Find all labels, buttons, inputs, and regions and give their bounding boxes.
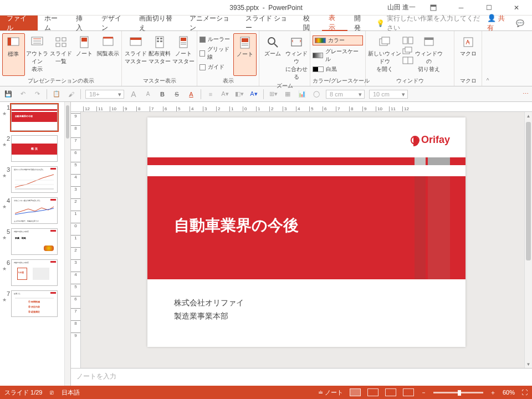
slide-canvas-area[interactable]: Orifay 自動車業界の今後 株式会社オリファイ 製造業事業本部 ▲ ▼ [81, 112, 532, 368]
paste-icon[interactable]: 📋 [52, 89, 62, 99]
tab-transitions[interactable]: 画面切り替え [132, 16, 182, 30]
increase-font-icon[interactable]: A [129, 89, 139, 99]
undo-icon[interactable]: ↶ [18, 89, 28, 99]
arrange-all-icon[interactable] [402, 37, 413, 44]
strikethrough-icon[interactable]: S [172, 89, 182, 99]
view-outline-button[interactable]: アウトライン 表示 [26, 33, 49, 76]
redo-icon[interactable]: ↷ [32, 89, 42, 99]
thumb-7[interactable]: 7★ 提案方法 ① 時間削減 ② 決定内容 ③ 経過測定 [0, 288, 70, 319]
svg-rect-20 [157, 40, 159, 42]
bullets-icon[interactable]: ≡ [206, 89, 216, 99]
tab-review[interactable]: 校閲 [296, 16, 322, 30]
tell-me[interactable]: 💡 実行したい作業を入力してください [373, 16, 487, 30]
cascade-icon[interactable] [402, 47, 413, 54]
decrease-font-icon[interactable]: A [143, 89, 153, 99]
ribbon: 標準 アウトライン 表示 スライド 一覧 ノート 閲覧表示 プレゼンテーションの… [0, 31, 532, 86]
bw-mode-button[interactable]: 白黒 [313, 65, 363, 73]
group-presentation-views: 標準 アウトライン 表示 スライド 一覧 ノート 閲覧表示 プレゼンテーションの… [0, 31, 122, 86]
view-normal-button[interactable]: 標準 [2, 33, 25, 76]
svg-rect-38 [405, 47, 412, 52]
zoom-out-button[interactable]: － [421, 388, 427, 397]
highlight-icon[interactable]: A▾ [220, 89, 230, 99]
zoom-slider[interactable] [433, 392, 483, 393]
spellcheck-icon[interactable]: ⎚ [50, 389, 54, 396]
tab-developer[interactable]: 開発 [347, 16, 373, 30]
thumb-4[interactable]: 4★ 今後ビジネス重要判断理由読む手法 主要日本自動車、戦略的位置づけ [0, 195, 70, 226]
zoom-level[interactable]: 60% [503, 389, 515, 396]
gridlines-checkbox[interactable]: グリッド線 [200, 45, 232, 61]
width-combo[interactable]: 8 cm [326, 90, 365, 99]
tab-insert[interactable]: 挿入 [69, 16, 95, 30]
handout-master-button[interactable]: 配布資料 マスター [148, 33, 171, 76]
save-icon[interactable]: 💾 [3, 89, 13, 99]
tab-file[interactable]: ファイル [0, 16, 38, 30]
slide-title[interactable]: 自動車業界の今後 [174, 215, 299, 236]
thumbnails-scrollbar[interactable] [64, 102, 70, 386]
collapse-ribbon-button[interactable]: ^ [482, 31, 493, 86]
fit-window-button[interactable]: ウィンドウ に合わせる [285, 33, 308, 81]
status-language[interactable]: 日本語 [62, 388, 80, 397]
share-button[interactable]: 👤 共有 [487, 14, 508, 33]
color-mode-button[interactable]: カラー [313, 35, 363, 45]
title-block: 自動車業界の今後 [147, 176, 466, 279]
view-notespage-button[interactable]: ノート [73, 33, 96, 76]
switch-windows-button[interactable]: ウィンドウの 切り替え [415, 33, 443, 76]
thumb-5[interactable]: 5★ 自動車問題との対応 事業 戦略 [0, 226, 70, 257]
comments-icon[interactable]: 💬 [516, 19, 524, 27]
notes-master-button[interactable]: ノート マスター [172, 33, 195, 76]
fit-to-window-icon[interactable]: ⛶ [521, 389, 528, 396]
notes-toggle-button[interactable]: ノート [233, 33, 257, 76]
view-sorter-button[interactable]: スライド 一覧 [49, 33, 72, 76]
move-split-icon[interactable] [402, 57, 413, 64]
format-painter-icon[interactable]: 🖌 [66, 89, 76, 99]
font-color-icon[interactable]: A [186, 89, 196, 99]
subtitle-company[interactable]: 株式会社オリファイ [174, 298, 244, 308]
status-slide-count[interactable]: スライド 1/29 [4, 388, 42, 397]
shapes-icon[interactable]: ◯ [311, 89, 321, 99]
svg-rect-23 [181, 38, 186, 41]
bold-icon[interactable]: B [157, 89, 167, 99]
view-sorter-icon[interactable] [367, 388, 378, 396]
workarea: 1★ 自動車業界の今後 2★ 概 況 3★ 世界から日本自動車経済重要視点を読む [0, 102, 532, 386]
tab-design[interactable]: デザイン [95, 16, 132, 30]
zoom-button[interactable]: ズーム [262, 33, 284, 81]
tab-view[interactable]: 表示 [322, 16, 347, 31]
svg-rect-35 [403, 37, 407, 44]
slide-canvas[interactable]: Orifay 自動車業界の今後 株式会社オリファイ 製造業事業本部 [147, 117, 466, 347]
thumb-3[interactable]: 3★ 世界から日本自動車経済重要視点を読む [0, 164, 70, 195]
new-window-button[interactable]: 新しいウィンドウ を開く [368, 33, 401, 76]
zoom-in-button[interactable]: ＋ [490, 388, 496, 397]
group-master-views: スライド マスター 配布資料 マスター ノート マスター マスター表示 [122, 31, 197, 86]
chart-icon[interactable]: 📊 [297, 89, 307, 99]
subtitle-division[interactable]: 製造業事業本部 [174, 311, 228, 321]
editor-vertical-scrollbar[interactable]: ▲ ▼ [524, 112, 532, 368]
tab-home[interactable]: ホーム [38, 16, 69, 30]
svg-line-31 [274, 44, 278, 47]
shape-fill-icon[interactable]: ◧▾ [234, 89, 244, 99]
slide-master-button[interactable]: スライド マスター [124, 33, 147, 76]
qat-overflow-icon[interactable]: ⋯ [523, 90, 529, 98]
slide-editor: 1211109876543210123456789101112 98765432… [71, 102, 532, 386]
thumb-6[interactable]: 6★ 自動車問題との対応 5.4億 [0, 257, 70, 288]
view-reading-icon[interactable] [385, 388, 396, 396]
table-icon[interactable]: ▦ [283, 89, 293, 99]
align-icon[interactable]: ⊞▾ [268, 89, 278, 99]
height-combo[interactable]: 10 cm [369, 90, 408, 99]
ruler-checkbox[interactable]: ルーラー [200, 35, 232, 43]
logo-icon [411, 136, 420, 145]
tab-slideshow[interactable]: スライド ショー [239, 16, 296, 30]
font-size-combo[interactable]: 18+ [85, 90, 124, 99]
guides-checkbox[interactable]: ガイド [200, 63, 232, 71]
thumb-1[interactable]: 1★ 自動車業界の今後 [0, 102, 70, 133]
svg-rect-13 [81, 38, 87, 42]
view-normal-icon[interactable] [350, 388, 361, 396]
notes-pane[interactable]: ノートを入力 [71, 368, 532, 386]
notes-toggle[interactable]: ≐ ノート [318, 388, 343, 397]
thumb-2[interactable]: 2★ 概 況 [0, 133, 70, 164]
view-slideshow-icon[interactable] [403, 388, 414, 396]
tab-animations[interactable]: アニメーション [183, 16, 239, 30]
macros-button[interactable]: マクロ [457, 33, 479, 76]
view-reading-button[interactable]: 閲覧表示 [96, 33, 119, 76]
text-effects-icon[interactable]: A▾ [249, 89, 259, 99]
grayscale-mode-button[interactable]: グレースケール [313, 48, 363, 63]
